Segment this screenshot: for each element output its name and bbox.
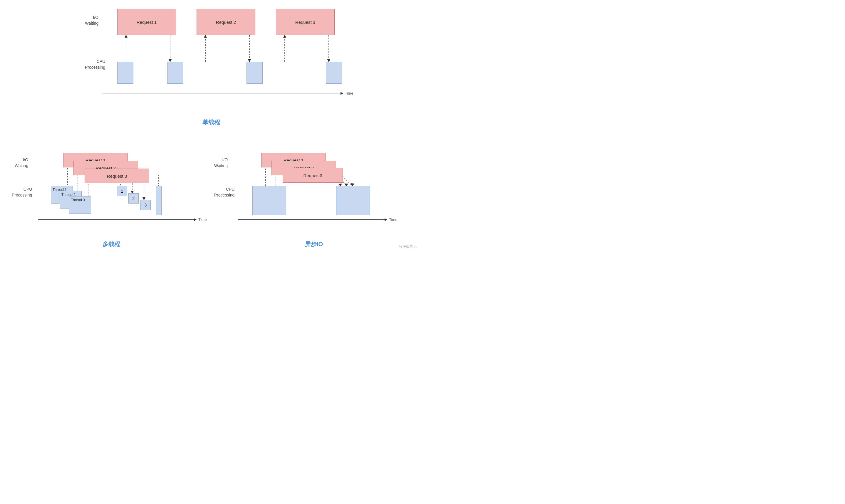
top-cpu-box-2 — [167, 62, 183, 84]
bottom-left-section: I/OWaiting Request 1 Request 2 Request 3… — [9, 129, 214, 238]
top-diagram: I/OWaiting Request 1 Request 2 Request 3… — [79, 3, 343, 114]
bl-num-1: 1 — [117, 186, 127, 196]
top-request-2: Request 2 — [197, 9, 255, 35]
bl-io-label: I/OWaiting — [15, 157, 28, 168]
top-title: 单线程 — [202, 119, 220, 126]
top-request-1: Request 1 — [117, 9, 176, 35]
top-time-arrow: Time — [103, 91, 353, 95]
br-cpu-box-left — [252, 186, 286, 215]
bl-num-2: 2 — [128, 193, 139, 203]
top-cpu-box-4 — [326, 62, 342, 84]
br-io-label: I/OWaiting — [214, 157, 228, 168]
top-cpu-label: CPUProcessing — [85, 59, 105, 70]
br-request-3: Request3 — [283, 168, 343, 183]
top-section: I/OWaiting Request 1 Request 2 Request 3… — [0, 0, 422, 123]
bl-thread-3-box: Thread 3 — [69, 196, 91, 214]
bl-time-arrow: Time — [38, 217, 206, 222]
bl-thread-3-label: Thread 3 — [71, 198, 85, 202]
bottom-right-section: I/OWaiting Request 1 Request 2 Request3 … — [214, 129, 414, 238]
bl-cpu-label: CPUProcessing — [12, 186, 32, 198]
bl-title: 多线程 — [103, 240, 120, 248]
br-cpu-box-right — [336, 186, 370, 215]
top-cpu-box-3 — [247, 62, 263, 84]
br-time-arrow: Time — [238, 217, 397, 222]
bl-right-box — [156, 186, 162, 215]
watermark: 程序媛笔记 — [399, 244, 417, 249]
bottom-section: I/OWaiting Request 1 Request 2 Request 3… — [0, 129, 422, 238]
main-container: I/OWaiting Request 1 Request 2 Request 3… — [0, 0, 422, 252]
bl-request-3: Request 3 — [85, 168, 149, 183]
top-request-3: Request 3 — [276, 9, 335, 35]
br-title: 异步IO — [305, 240, 323, 248]
bl-num-3: 3 — [141, 200, 151, 210]
top-io-label: I/OWaiting — [85, 15, 98, 26]
top-cpu-box-1 — [117, 62, 133, 84]
br-cpu-label: CPUProcessing — [214, 186, 234, 198]
